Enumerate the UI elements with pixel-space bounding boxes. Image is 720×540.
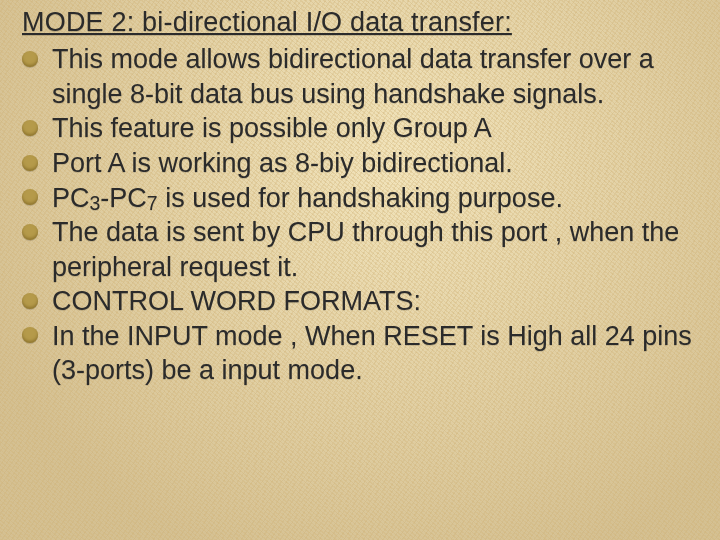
pc-prefix: PC — [52, 183, 90, 213]
bullet-list: This mode allows bidirectional data tran… — [18, 42, 714, 387]
bullet-text: In the INPUT mode , When RESET is High a… — [52, 321, 692, 386]
list-item: Port A is working as 8-biy bidirectional… — [18, 146, 714, 181]
bullet-text: The data is sent by CPU through this por… — [52, 217, 679, 282]
bullet-text: This mode allows bidirectional data tran… — [52, 44, 654, 109]
bullet-text: PC3-PC7 is used for handshaking purpose. — [52, 183, 563, 213]
list-item: CONTROL WORD FORMATS: — [18, 284, 714, 319]
list-item: This mode allows bidirectional data tran… — [18, 42, 714, 111]
pc-sub1: 3 — [90, 192, 101, 214]
list-item: In the INPUT mode , When RESET is High a… — [18, 319, 714, 388]
slide-title: MODE 2: bi-directional I/O data transfer… — [22, 6, 714, 38]
list-item: This feature is possible only Group A — [18, 111, 714, 146]
bullet-text: This feature is possible only Group A — [52, 113, 492, 143]
pc-sub2: 7 — [147, 192, 158, 214]
bullet-text: Port A is working as 8-biy bidirectional… — [52, 148, 513, 178]
list-item: The data is sent by CPU through this por… — [18, 215, 714, 284]
bullet-text: CONTROL WORD FORMATS: — [52, 286, 421, 316]
list-item: PC3-PC7 is used for handshaking purpose. — [18, 181, 714, 216]
slide: MODE 2: bi-directional I/O data transfer… — [0, 0, 720, 540]
pc-mid: -PC — [100, 183, 147, 213]
pc-suffix: is used for handshaking purpose. — [158, 183, 563, 213]
